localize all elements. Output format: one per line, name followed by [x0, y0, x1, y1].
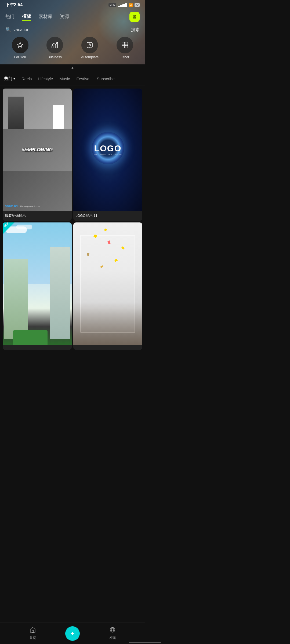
building-label: [3, 345, 72, 350]
category-for-you[interactable]: For You: [12, 37, 28, 59]
other-icon-wrap: [117, 37, 133, 53]
search-bar: 🔍 vacation 搜索: [5, 27, 140, 33]
business-label: Business: [48, 55, 62, 59]
signal-icon: ▂▄▆█: [118, 3, 127, 7]
confetti-label: [73, 345, 142, 350]
fashion-mid: #EXPLORING: [3, 129, 72, 171]
wifi-icon: 📶: [129, 3, 133, 7]
ai-template-label: AI template: [81, 55, 99, 59]
ai-template-icon-wrap: [81, 37, 98, 53]
template-grid: #EXPLORING FOCUS ON @www.yourweb.com 服装配…: [0, 86, 145, 353]
ai-template-icon: [86, 41, 93, 49]
filter-hot[interactable]: 热门 ▾: [4, 75, 15, 82]
template-item-fashion[interactable]: #EXPLORING FOCUS ON @www.yourweb.com 服装配…: [3, 89, 72, 221]
for-you-label: For You: [14, 55, 26, 59]
category-business[interactable]: Business: [46, 37, 63, 59]
template-item-confetti[interactable]: [73, 222, 142, 350]
svg-rect-8: [125, 45, 128, 48]
fashion-bottom: FOCUS ON @www.yourweb.com: [3, 171, 72, 211]
filter-reels[interactable]: Reels: [21, 75, 32, 82]
nav-tab-hot[interactable]: 热门: [5, 13, 15, 21]
arrow-up-icon: ▲: [71, 65, 74, 70]
building-preview: NEW: [3, 222, 72, 345]
svg-rect-0: [52, 46, 53, 48]
confetti-preview: [73, 222, 142, 345]
logo-sub-text: PUT YOUR TEXT HERE: [94, 153, 122, 156]
other-label: Other: [121, 55, 129, 59]
hashtag-text: #EXPLORING: [24, 147, 50, 152]
search-button[interactable]: 搜索: [131, 27, 140, 33]
category-bar: For You Business: [0, 37, 145, 59]
header-area: 热门 模板 素材库 资源 ♛ 🔍 vacation 搜索 For You: [0, 0, 145, 64]
svg-rect-5: [122, 42, 125, 45]
status-time: 下午2:54: [5, 2, 23, 8]
main-nav: 热门 模板 素材库 资源 ♛: [0, 12, 145, 22]
filter-festival[interactable]: Festival: [77, 75, 90, 82]
search-input-wrap[interactable]: 🔍 vacation: [5, 27, 30, 33]
search-value: vacation: [13, 27, 30, 32]
fashion-preview: #EXPLORING FOCUS ON @www.yourweb.com: [3, 89, 72, 211]
filter-tabs: 热门 ▾ Reels Lifestyle Music Festival Subs…: [0, 72, 145, 86]
category-other[interactable]: Other: [117, 37, 133, 59]
search-icon: 🔍: [5, 27, 11, 33]
other-icon: [121, 41, 129, 49]
nav-tab-resources[interactable]: 资源: [60, 13, 69, 21]
logo-label: LOGO展示 11: [73, 211, 142, 221]
filter-lifestyle[interactable]: Lifestyle: [38, 75, 53, 82]
logo-preview: LOGO PUT YOUR TEXT HERE: [73, 89, 142, 211]
nav-tab-assets[interactable]: 素材库: [39, 13, 52, 21]
focus-on-text: FOCUS ON: [5, 205, 18, 207]
business-icon-wrap: [46, 37, 63, 53]
nav-tab-template[interactable]: 模板: [22, 13, 31, 21]
collapse-arrow[interactable]: ▲: [0, 64, 145, 70]
main-content: 热门 ▾ Reels Lifestyle Music Festival Subs…: [0, 70, 145, 353]
business-icon: [51, 41, 59, 49]
crown-icon: ♛: [132, 14, 137, 20]
filter-music[interactable]: Music: [59, 75, 70, 82]
svg-rect-6: [125, 42, 128, 45]
logo-main-text: LOGO: [94, 144, 122, 153]
for-you-icon-wrap: [12, 37, 28, 53]
filter-subscribe[interactable]: Subscribe: [97, 75, 115, 82]
battery-indicator: 32: [135, 3, 140, 7]
category-ai-template[interactable]: AI template: [81, 37, 99, 59]
fashion-top: [3, 89, 72, 129]
template-item-logo[interactable]: LOGO PUT YOUR TEXT HERE LOGO展示 11: [73, 89, 142, 221]
vpn-badge: VPN: [108, 3, 116, 7]
svg-rect-1: [54, 44, 55, 48]
status-bar: 下午2:54 VPN ▂▄▆█ 📶 32: [0, 0, 145, 9]
svg-rect-7: [122, 45, 125, 48]
status-icons: VPN ▂▄▆█ 📶 32: [108, 3, 140, 7]
fashion-label: 服装配饰展示: [3, 211, 72, 221]
crown-button[interactable]: ♛: [129, 12, 140, 22]
dropdown-icon: ▾: [13, 77, 15, 80]
template-item-building[interactable]: NEW: [3, 222, 72, 350]
logo-text-group: LOGO PUT YOUR TEXT HERE: [94, 144, 122, 156]
star-icon: [16, 41, 24, 49]
web-text: @www.yourweb.com: [20, 205, 40, 207]
